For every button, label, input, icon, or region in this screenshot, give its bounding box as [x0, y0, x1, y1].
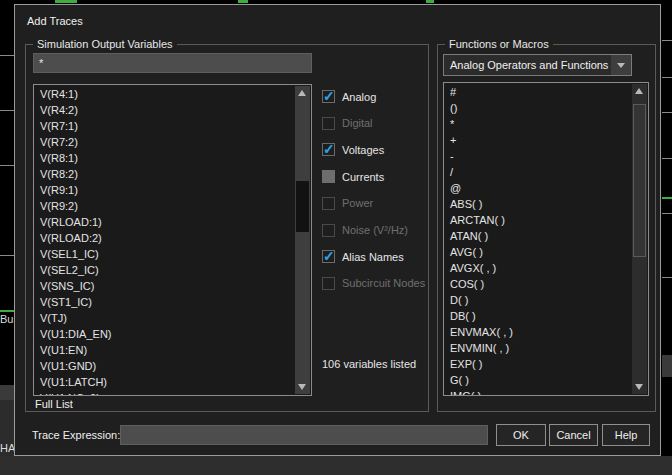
function-item[interactable]: @: [444, 180, 632, 196]
schematic-wire: [662, 40, 672, 41]
scroll-down-icon[interactable]: [632, 379, 647, 394]
checkbox-icon[interactable]: [322, 143, 335, 156]
schematic-wire: [662, 158, 672, 159]
filter-checkbox[interactable]: Alias Names: [322, 250, 404, 263]
function-item[interactable]: ENVMAX( , ): [444, 324, 632, 340]
chevron-down-icon[interactable]: [611, 55, 631, 75]
help-button[interactable]: Help: [602, 424, 650, 446]
schematic-wire: [662, 112, 672, 113]
checkbox-icon[interactable]: [322, 197, 335, 210]
function-item[interactable]: ATAN( ): [444, 228, 632, 244]
function-item[interactable]: G( ): [444, 372, 632, 388]
scrollbar-thumb[interactable]: [296, 181, 309, 232]
functions-list: #()*+-/@ABS( )ARCTAN( )ATAN( )AVG( )AVGX…: [444, 84, 632, 395]
checkbox-label: Analog: [342, 91, 376, 103]
scrollbar-thumb[interactable]: [633, 104, 646, 257]
variables-list: V(R4:1)V(R4:2)V(R7:1)V(R7:2)V(R8:1)V(R8:…: [34, 86, 295, 395]
cancel-button[interactable]: Cancel: [549, 424, 598, 446]
function-item[interactable]: #: [444, 84, 632, 100]
function-item[interactable]: COS( ): [444, 276, 632, 292]
variable-item[interactable]: V(RLOAD:2): [34, 230, 295, 246]
checkbox-label: Alias Names: [342, 251, 404, 263]
checkbox-icon[interactable]: [322, 170, 335, 183]
function-item[interactable]: /: [444, 164, 632, 180]
variable-item[interactable]: V(R7:2): [34, 134, 295, 150]
filter-checkbox: Power: [322, 197, 373, 210]
variable-item[interactable]: V(U1:GND): [34, 358, 295, 374]
full-list-label[interactable]: Full List: [35, 398, 79, 410]
filter-checkbox: Noise (V²/Hz): [322, 224, 408, 237]
simulation-output-variables-group: Simulation Output Variables V(R4:1)V(R4:…: [25, 44, 429, 412]
variable-item[interactable]: V(R9:2): [34, 198, 295, 214]
schematic-label-ha: HA: [0, 442, 14, 454]
checkbox-icon[interactable]: [322, 277, 335, 290]
checkbox-label: Power: [342, 197, 373, 209]
function-item[interactable]: EXP( ): [444, 356, 632, 372]
checkbox-icon[interactable]: [322, 90, 335, 103]
scroll-up-icon[interactable]: [632, 84, 647, 99]
schematic-wire-green: [662, 197, 672, 199]
scroll-down-icon[interactable]: [295, 379, 310, 394]
group-label: Functions or Macros: [445, 38, 553, 50]
schematic-label-bus: Bus: [0, 313, 14, 325]
variable-item[interactable]: V(R8:1): [34, 150, 295, 166]
variables-count-status: 106 variables listed: [322, 358, 416, 370]
functions-listbox: #()*+-/@ABS( )ARCTAN( )ATAN( )AVG( )AVGX…: [443, 82, 649, 396]
function-item[interactable]: -: [444, 148, 632, 164]
variable-item[interactable]: V(SEL1_IC): [34, 246, 295, 262]
function-category-dropdown[interactable]: Analog Operators and Functions: [443, 54, 632, 76]
function-item[interactable]: ENVMIN( , ): [444, 340, 632, 356]
variable-item[interactable]: V(R9:1): [34, 182, 295, 198]
variable-item[interactable]: V(R8:2): [34, 166, 295, 182]
schematic-wire: [0, 165, 14, 166]
background-panel: [0, 456, 672, 475]
function-item[interactable]: (): [444, 100, 632, 116]
filter-checkbox[interactable]: Analog: [322, 90, 376, 103]
function-item[interactable]: AVG( ): [444, 244, 632, 260]
trace-expression-input[interactable]: [120, 425, 488, 445]
group-label: Simulation Output Variables: [33, 38, 177, 50]
variables-scrollbar[interactable]: [295, 86, 310, 394]
functions-scrollbar[interactable]: [632, 84, 647, 394]
background-panel: [662, 355, 672, 377]
schematic-wire: [662, 277, 672, 278]
checkbox-icon[interactable]: [322, 117, 335, 130]
checkbox-label: Currents: [342, 171, 384, 183]
variable-item[interactable]: V(U1:DIA_EN): [34, 326, 295, 342]
function-item[interactable]: DB( ): [444, 308, 632, 324]
function-item[interactable]: IMG( ): [444, 388, 632, 395]
schematic-wire: [662, 213, 672, 214]
ok-button[interactable]: OK: [496, 424, 546, 446]
checkbox-label: Subcircuit Nodes: [342, 277, 425, 289]
variable-item[interactable]: V(R4:1): [34, 86, 295, 102]
checkbox-label: Noise (V²/Hz): [342, 224, 408, 236]
variable-item[interactable]: V(U1:EN): [34, 342, 295, 358]
variable-item[interactable]: V(RLOAD:1): [34, 214, 295, 230]
filter-checkbox[interactable]: Currents: [322, 170, 384, 183]
function-item[interactable]: ABS( ): [444, 196, 632, 212]
variable-item[interactable]: V(R7:1): [34, 118, 295, 134]
function-item[interactable]: AVGX( , ): [444, 260, 632, 276]
scroll-up-icon[interactable]: [295, 86, 310, 101]
schematic-wire: [662, 77, 672, 78]
filter-checkbox[interactable]: Voltages: [322, 143, 384, 156]
variable-item[interactable]: V(U1:LATCH): [34, 374, 295, 390]
variable-item[interactable]: V(U1:NC_0): [34, 390, 295, 395]
variable-item[interactable]: V(R4:2): [34, 102, 295, 118]
background-panel: [0, 385, 14, 400]
variable-item[interactable]: V(TJ): [34, 310, 295, 326]
function-item[interactable]: D( ): [444, 292, 632, 308]
filter-checkbox: Digital: [322, 117, 373, 130]
schematic-wire-green: [238, 0, 248, 3]
variable-item[interactable]: V(ST1_IC): [34, 294, 295, 310]
variable-item[interactable]: V(SEL2_IC): [34, 262, 295, 278]
function-item[interactable]: +: [444, 132, 632, 148]
checkbox-label: Digital: [342, 117, 373, 129]
variable-filter-input[interactable]: [33, 53, 312, 73]
checkbox-icon[interactable]: [322, 224, 335, 237]
function-item[interactable]: *: [444, 116, 632, 132]
schematic-wire: [0, 110, 14, 111]
checkbox-icon[interactable]: [322, 250, 335, 263]
function-item[interactable]: ARCTAN( ): [444, 212, 632, 228]
variable-item[interactable]: V(SNS_IC): [34, 278, 295, 294]
